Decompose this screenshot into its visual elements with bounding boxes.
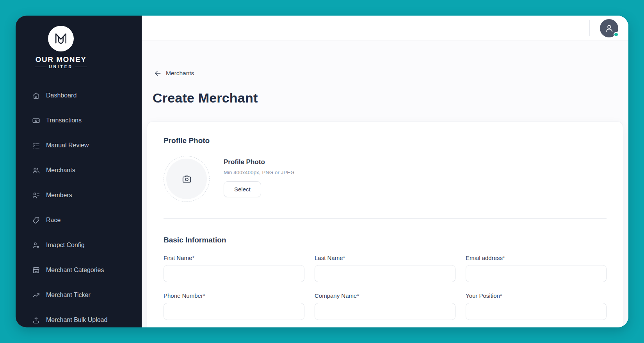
section-title-profile-photo: Profile Photo	[164, 136, 607, 145]
phone-number-label: Phone Number*	[164, 292, 304, 299]
brand-logo: OUR MONEY UNITED	[20, 26, 102, 69]
mu-monogram-icon	[48, 26, 74, 51]
your-position-label: Your Position*	[466, 292, 607, 299]
form-field: Company Name*	[315, 292, 455, 320]
back-arrow-icon	[154, 69, 162, 77]
form-field: Last Name*	[315, 255, 455, 282]
section-title-basic-information: Basic Information	[164, 236, 607, 244]
trending-up-icon	[32, 291, 40, 299]
sidebar-item-race[interactable]: Race	[16, 208, 142, 233]
brand-subname: UNITED	[20, 65, 102, 69]
sidebar-item-transactions[interactable]: Transactions	[16, 108, 142, 133]
sidebar-item-manual-review[interactable]: Manual Review	[16, 133, 142, 158]
topbar-divider	[589, 20, 590, 36]
sidebar-item-label: Manual Review	[46, 142, 89, 149]
photo-title: Profile Photo	[224, 158, 295, 166]
sidebar-item-merchant-categories[interactable]: Merchant Categories	[16, 258, 142, 283]
last-name-label: Last Name*	[315, 255, 455, 261]
sidebar-item-label: Merchant Ticker	[46, 292, 91, 299]
sidebar-item-label: Race	[46, 217, 60, 224]
page-body: Merchants Create Merchant Profile Photo	[142, 41, 628, 327]
sidebar-item-merchant-ticker[interactable]: Merchant Ticker	[16, 283, 142, 308]
photo-upload-dropzone[interactable]	[164, 156, 210, 202]
basic-information-form: First Name*Last Name*Email address*Phone…	[164, 255, 607, 320]
email-address-label: Email address*	[466, 255, 607, 261]
first-name-input[interactable]	[164, 265, 304, 282]
select-photo-button[interactable]: Select	[224, 181, 261, 197]
photo-hint: Min 400x400px, PNG or JPEG	[224, 170, 295, 175]
member-list-icon	[32, 191, 40, 200]
company-name-label: Company Name*	[315, 292, 455, 299]
create-merchant-card: Profile Photo	[147, 121, 623, 327]
content-area: Merchants Create Merchant Profile Photo	[142, 16, 628, 327]
form-field: Phone Number*	[164, 292, 304, 320]
photo-meta: Profile Photo Min 400x400px, PNG or JPEG…	[224, 156, 295, 197]
topbar	[142, 16, 628, 41]
sidebar-item-label: Dashboard	[46, 92, 76, 99]
storefront-icon	[32, 266, 40, 274]
profile-photo-row: Profile Photo Min 400x400px, PNG or JPEG…	[164, 156, 607, 202]
tag-icon	[32, 216, 40, 225]
user-gear-icon	[32, 241, 40, 249]
sidebar-item-merchants[interactable]: Merchants	[16, 158, 142, 183]
sidebar-item-label: Members	[46, 192, 72, 199]
company-name-input[interactable]	[315, 303, 455, 320]
sidebar-item-label: Imapct Config	[46, 242, 85, 249]
card-divider	[164, 218, 607, 219]
email-address-input[interactable]	[466, 265, 607, 282]
photo-placeholder	[166, 159, 207, 199]
breadcrumb-label: Merchants	[166, 70, 194, 77]
users-icon	[32, 166, 40, 175]
sidebar-item-label: Transactions	[46, 117, 82, 124]
sidebar-item-merchant-bulk-upload[interactable]: Merchant Bulk Upload	[16, 308, 142, 327]
sidebar-item-label: Merchants	[46, 167, 75, 174]
online-status-dot	[614, 32, 619, 37]
form-field: Email address*	[466, 255, 607, 282]
last-name-input[interactable]	[315, 265, 455, 282]
checklist-icon	[32, 141, 40, 150]
account-menu-button[interactable]	[600, 19, 618, 37]
brand-rule-left	[35, 67, 46, 67]
phone-number-input[interactable]	[164, 303, 304, 320]
sidebar-item-dashboard[interactable]: Dashboard	[16, 83, 142, 108]
your-position-input[interactable]	[466, 303, 607, 320]
sidebar-item-imapct-config[interactable]: Imapct Config	[16, 233, 142, 258]
first-name-label: First Name*	[164, 255, 304, 261]
sidebar-item-label: Merchant Bulk Upload	[46, 316, 107, 324]
brand-name: OUR MONEY	[20, 55, 102, 64]
app-window: OUR MONEY UNITED DashboardTransactionsMa…	[16, 16, 628, 327]
page-title: Create Merchant	[153, 90, 623, 106]
breadcrumb-back-merchants[interactable]: Merchants	[154, 69, 623, 77]
user-icon	[604, 23, 614, 33]
banknote-icon	[32, 117, 40, 125]
home-icon	[32, 92, 40, 100]
sidebar-item-members[interactable]: Members	[16, 183, 142, 208]
brand-rule-right	[75, 67, 87, 67]
sidebar-item-label: Merchant Categories	[46, 267, 104, 274]
sidebar-nav: DashboardTransactionsManual ReviewMercha…	[16, 83, 142, 327]
sidebar: OUR MONEY UNITED DashboardTransactionsMa…	[16, 16, 142, 327]
form-field: Your Position*	[466, 292, 607, 320]
form-field: First Name*	[164, 255, 304, 282]
camera-icon	[181, 174, 192, 184]
brand-subname-label: UNITED	[49, 65, 73, 69]
upload-icon	[32, 316, 40, 324]
